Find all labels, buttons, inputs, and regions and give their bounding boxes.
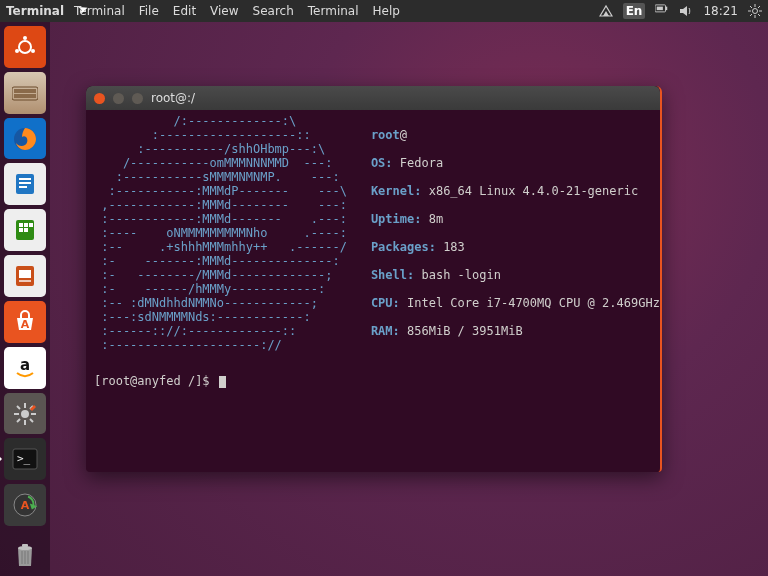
svg-text:>_: >_: [17, 452, 31, 465]
window-title-label: root@:/: [151, 91, 195, 105]
svg-rect-49: [22, 544, 28, 547]
top-menubar: Terminal Terminal File Edit View Search …: [0, 0, 768, 22]
svg-text:A: A: [21, 499, 30, 512]
svg-rect-23: [19, 186, 27, 188]
window-maximize-button[interactable]: [132, 93, 143, 104]
svg-point-3: [753, 9, 758, 14]
window-titlebar[interactable]: root@:/: [86, 86, 660, 110]
info-packages-key: Packages:: [371, 240, 436, 254]
svg-point-35: [21, 410, 29, 418]
svg-line-42: [17, 419, 20, 422]
svg-rect-21: [19, 178, 31, 180]
svg-line-9: [758, 14, 760, 16]
clock-label[interactable]: 18:21: [703, 4, 738, 18]
info-kernel-key: Kernel:: [371, 184, 422, 198]
svg-line-41: [30, 419, 33, 422]
info-os-key: OS:: [371, 156, 393, 170]
menu-file[interactable]: File: [139, 4, 159, 18]
menu-terminal-2[interactable]: Terminal: [308, 4, 359, 18]
gear-icon[interactable]: [748, 4, 762, 18]
svg-rect-25: [19, 223, 23, 227]
menu-help[interactable]: Help: [373, 4, 400, 18]
svg-rect-26: [24, 223, 28, 227]
menu-search[interactable]: Search: [253, 4, 294, 18]
menu-edit[interactable]: Edit: [173, 4, 196, 18]
svg-rect-31: [19, 270, 31, 278]
info-shell-val: bash -login: [414, 268, 501, 282]
svg-rect-29: [24, 228, 28, 232]
svg-point-13: [23, 36, 27, 40]
launcher-trash[interactable]: [4, 534, 46, 576]
unity-launcher: A a >_ A: [0, 22, 50, 576]
launcher-settings[interactable]: [4, 393, 46, 435]
svg-rect-2: [657, 7, 663, 11]
svg-rect-32: [19, 280, 31, 282]
info-packages-val: 183: [436, 240, 465, 254]
network-icon[interactable]: [599, 4, 613, 18]
battery-icon[interactable]: [655, 4, 669, 18]
launcher-updater[interactable]: A: [4, 484, 46, 526]
svg-point-14: [31, 49, 35, 53]
window-minimize-button[interactable]: [113, 93, 124, 104]
app-name-label: Terminal: [6, 4, 64, 18]
launcher-terminal[interactable]: >_: [4, 438, 46, 480]
volume-icon[interactable]: [679, 4, 693, 18]
svg-rect-27: [29, 223, 33, 227]
menu-view[interactable]: View: [210, 4, 238, 18]
terminal-cursor-icon: [219, 376, 226, 388]
info-cpu-key: CPU:: [371, 296, 400, 310]
launcher-writer[interactable]: [4, 163, 46, 205]
launcher-calc[interactable]: [4, 209, 46, 251]
svg-text:a: a: [20, 356, 30, 374]
svg-line-40: [17, 406, 20, 409]
svg-line-11: [758, 6, 760, 8]
terminal-window[interactable]: root@:/ /:-------------:\ :-------------…: [86, 86, 662, 472]
launcher-dash[interactable]: [4, 26, 46, 68]
launcher-firefox[interactable]: [4, 118, 46, 160]
info-uptime-key: Uptime:: [371, 212, 422, 226]
svg-line-10: [750, 14, 752, 16]
info-kernel-val: x86_64 Linux 4.4.0-21-generic: [421, 184, 638, 198]
svg-text:A: A: [21, 318, 30, 331]
svg-point-12: [19, 41, 31, 53]
info-ram-key: RAM:: [371, 324, 400, 338]
info-ram-val: 856MiB / 3951MiB: [400, 324, 523, 338]
launcher-impress[interactable]: [4, 255, 46, 297]
window-close-button[interactable]: [94, 93, 105, 104]
screenfetch-info: root@ OS: Fedora Kernel: x86_64 Linux 4.…: [371, 114, 660, 366]
launcher-software[interactable]: A: [4, 301, 46, 343]
launcher-files[interactable]: [4, 72, 46, 114]
svg-rect-1: [666, 7, 668, 11]
info-uptime-val: 8m: [421, 212, 443, 226]
svg-rect-18: [12, 87, 38, 100]
keyboard-lang-badge[interactable]: En: [623, 3, 646, 19]
svg-rect-17: [14, 94, 36, 98]
svg-point-15: [15, 49, 19, 53]
info-user: root: [371, 128, 400, 142]
info-shell-key: Shell:: [371, 268, 414, 282]
screenfetch-ascii-logo: /:-------------:\ :-------------------::…: [94, 114, 347, 366]
terminal-body[interactable]: /:-------------:\ :-------------------::…: [86, 110, 660, 472]
svg-rect-22: [19, 182, 31, 184]
svg-rect-28: [19, 228, 23, 232]
info-cpu-val: Intel Core i7-4700MQ CPU @ 2.469GHz: [400, 296, 660, 310]
launcher-amazon[interactable]: a: [4, 347, 46, 389]
svg-line-8: [750, 6, 752, 8]
system-tray: En 18:21: [599, 3, 762, 19]
terminal-prompt[interactable]: [root@anyfed /]$: [94, 374, 652, 388]
info-os-val: Fedora: [393, 156, 451, 170]
svg-rect-16: [14, 89, 36, 93]
